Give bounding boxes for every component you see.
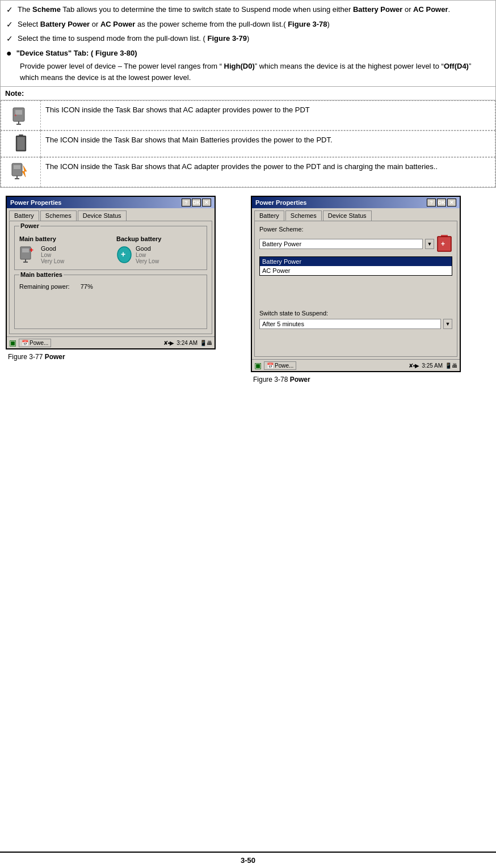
scheme-dropdown-arrow[interactable]: ▼ <box>425 239 434 249</box>
ac-icon-description: This ICON inside the Task Bar shows that… <box>41 101 495 130</box>
icon-row-3: The ICON inside the Task Bar shows that … <box>1 157 496 188</box>
note-cell: Note: <box>1 87 496 100</box>
close-button-78[interactable]: ✕ <box>447 199 456 207</box>
help-button-78[interactable]: ? <box>427 199 436 207</box>
figure-77: Power Properties ? OK ✕ Battery Schemes … <box>6 196 245 384</box>
main-battery-icon <box>15 134 27 151</box>
scheme-list-item-battery[interactable]: Battery Power <box>260 257 452 266</box>
suspend-dropdown[interactable]: After 5 minutes <box>259 319 441 329</box>
dialog-content-78: Power Scheme: Battery Power ▼ + Battery … <box>254 221 457 357</box>
backup-bat-icon-77: + <box>116 245 132 265</box>
footer-bar: 3-50 <box>0 852 496 868</box>
note-label: Note: <box>5 89 24 98</box>
svg-rect-14 <box>22 248 29 252</box>
tab-device-status-77[interactable]: Device Status <box>78 210 127 221</box>
dialog-box-78: Power Properties ? OK ✕ Battery Schemes … <box>251 196 461 372</box>
svg-rect-11 <box>15 178 19 179</box>
tab-device-status-78[interactable]: Device Status <box>323 210 372 221</box>
tab-battery-77[interactable]: Battery <box>9 210 39 221</box>
dialog-title-78: Power Properties <box>255 199 306 206</box>
content-table: ✓ The Scheme Tab allows you to determine… <box>0 0 496 188</box>
taskbar-powe-78[interactable]: 📅 Powe... <box>264 361 296 370</box>
taskbar-time-78: 3:25 AM <box>422 363 443 369</box>
backup-bat-good: Good <box>136 245 159 252</box>
fig78-caption-prefix: Figure 3-78 <box>253 376 290 384</box>
main-batteries-label-77: Main batteries <box>19 271 64 278</box>
scheme-battery-icon: + <box>436 235 452 253</box>
svg-text:+: + <box>14 113 17 118</box>
main-bat-low: Low <box>41 252 64 258</box>
checklist-item-3: ✓ Select the time to suspend mode from t… <box>6 33 490 44</box>
taskbar-icon-78: 📅 <box>267 363 274 369</box>
icon-inner-table-3: The ICON inside the Task Bar shows that … <box>1 157 495 187</box>
icon-table-row-2: The ICON inside the Task Bar shows that … <box>1 131 495 157</box>
taskbar-icons-77: ✘▪▶ <box>163 340 175 346</box>
close-button-77[interactable]: ✕ <box>202 199 211 207</box>
checklist-text-3: Select the time to suspend mode from the… <box>18 33 249 44</box>
backup-battery-col: Backup battery + Good Low <box>116 235 202 265</box>
ok-button-78[interactable]: OK <box>437 199 446 207</box>
checklist-cell: ✓ The Scheme Tab allows you to determine… <box>1 1 496 87</box>
charging-icon-description: The ICON inside the Task Bar shows that … <box>41 158 495 187</box>
suspend-dropdown-row: After 5 minutes ▼ <box>259 319 452 329</box>
main-battery-title: Main battery <box>19 235 105 242</box>
taskbar-icon-77: 📅 <box>22 340 28 346</box>
icon-inner-table-2: The ICON inside the Task Bar shows that … <box>1 130 495 157</box>
svg-text:+: + <box>121 250 125 259</box>
battery-icon-text: The ICON inside the Task Bar shows that … <box>45 136 333 144</box>
start-icon-77: ▣ <box>9 338 16 347</box>
fig78-caption-bold: Power <box>290 376 310 384</box>
scheme-list: Battery Power AC Power <box>259 256 452 276</box>
tab-battery-78[interactable]: Battery <box>254 210 284 221</box>
ac-icon-text: This ICON inside the Task Bar shows that… <box>45 106 310 114</box>
titlebar-buttons-78: ? OK ✕ <box>427 199 456 207</box>
ok-button-77[interactable]: OK <box>192 199 201 207</box>
taskbar-right-77: ✘▪▶ 3:24 AM 📱🖶 <box>163 340 212 346</box>
dialog-taskbar-77: ▣ 📅 Powe... ✘▪▶ 3:24 AM 📱🖶 <box>7 336 215 348</box>
taskbar-time-77: 3:24 AM <box>176 340 197 346</box>
tab-schemes-78[interactable]: Schemes <box>285 210 322 221</box>
power-scheme-label: Power Scheme: <box>259 226 452 233</box>
help-button-77[interactable]: ? <box>182 199 191 207</box>
svg-text:+: + <box>441 240 445 248</box>
battery-icon-cell <box>1 131 41 157</box>
tab-schemes-77[interactable]: Schemes <box>40 210 77 221</box>
charging-icon-text: The ICON inside the Task Bar shows that … <box>45 162 438 171</box>
battery-row-77: Main battery + <box>19 235 202 265</box>
ac-adapter-icon: + <box>11 104 31 125</box>
checklist-text-1: The Scheme Tab allows you to determine t… <box>18 4 450 15</box>
main-bat-good: Good <box>41 245 64 252</box>
taskbar-extra-icons-78: 📱🖶 <box>445 363 457 369</box>
main-battery-col: Main battery + <box>19 235 105 265</box>
check-icon-3: ✓ <box>6 34 13 43</box>
icon-row-2-wrapper: The ICON inside the Task Bar shows that … <box>1 130 496 157</box>
checklist-item-2: ✓ Select Battery Power or AC Power as th… <box>6 19 490 30</box>
scheme-dropdown[interactable]: Battery Power <box>259 239 423 249</box>
icon-row-3-wrapper: The ICON inside the Task Bar shows that … <box>1 157 496 188</box>
bullet-icon: ● <box>6 48 12 58</box>
main-bat-vlow: Very Low <box>41 258 64 264</box>
backup-bat-vlow: Very Low <box>136 258 159 264</box>
scheme-dropdown-row: Battery Power ▼ + <box>259 235 452 253</box>
device-status-label: "Device Status" Tab: ( Figure 3-80) <box>16 48 137 59</box>
dialog-titlebar-78: Power Properties ? OK ✕ <box>252 197 460 208</box>
suspend-dropdown-arrow[interactable]: ▼ <box>443 319 452 329</box>
backup-battery-title: Backup battery <box>116 235 202 242</box>
taskbar-extra-icons-77: 📱🖶 <box>200 340 212 346</box>
figures-row: Power Properties ? OK ✕ Battery Schemes … <box>0 188 496 389</box>
note-row: Note: <box>1 87 496 100</box>
power-group-77: Power Main battery <box>14 226 207 270</box>
taskbar-right-78: ✘▪▶ 3:25 AM 📱🖶 <box>409 363 457 369</box>
suspend-label: Switch state to Suspend: <box>259 310 452 317</box>
dialog-tabs-77: Battery Schemes Device Status <box>7 208 215 221</box>
scheme-list-item-ac[interactable]: AC Power <box>260 266 452 275</box>
backup-bat-low: Low <box>136 252 159 258</box>
svg-rect-9 <box>14 165 20 169</box>
ac-icon-cell: + <box>1 101 41 130</box>
main-bat-icon-77: + <box>19 245 37 265</box>
remaining-power-row: Remaining power: 77% <box>19 283 202 290</box>
taskbar-powe-77[interactable]: 📅 Powe... <box>19 339 51 347</box>
dialog-tabs-78: Battery Schemes Device Status <box>252 208 460 221</box>
page-number: 3-50 <box>241 856 255 865</box>
check-icon-1: ✓ <box>6 5 13 14</box>
